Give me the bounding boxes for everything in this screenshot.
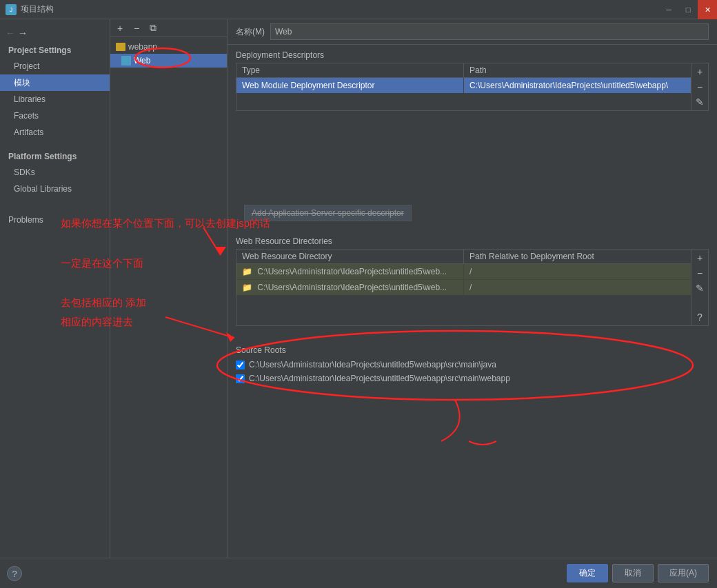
table-row[interactable]: 📁 C:\Users\Administrator\IdeaProjects\un… xyxy=(236,264,691,280)
problems-label: Problems xyxy=(0,211,110,227)
module-tree: + − ⧉ webapp Web xyxy=(110,19,228,558)
name-input[interactable] xyxy=(270,23,709,40)
cell-type: Web Module Deployment Descriptor xyxy=(236,78,464,93)
title-bar: J 项目结构 ─ □ ✕ xyxy=(0,0,717,19)
checkbox-webapp-label: C:\Users\Administrator\IdeaProjects\unti… xyxy=(249,374,510,383)
deployment-descriptors-header: Deployment Descriptors xyxy=(228,45,717,63)
ok-button[interactable]: 确定 xyxy=(567,564,608,582)
content-area: 名称(M) Deployment Descriptors Type Path W… xyxy=(228,19,717,558)
forward-arrow[interactable]: → xyxy=(18,28,28,39)
help-web-resource-btn[interactable]: ? xyxy=(693,310,707,324)
web-resource-side-buttons: + − ✎ ? xyxy=(691,249,709,326)
add-descriptor-btn[interactable]: + xyxy=(693,65,707,79)
nav-arrows: ← → xyxy=(0,25,110,41)
close-button[interactable]: ✕ xyxy=(698,0,717,19)
deployment-table-header: Type Path xyxy=(236,63,691,78)
col-web-dir: Web Resource Directory xyxy=(236,250,464,263)
name-label: 名称(M) xyxy=(236,26,265,38)
tree-toolbar: + − ⧉ xyxy=(110,19,227,37)
add-app-server-descriptor-button[interactable]: Add Application Server specific descript… xyxy=(244,205,412,221)
sidebar-item-libraries[interactable]: Libraries xyxy=(0,91,110,108)
checkbox-java[interactable] xyxy=(236,361,245,369)
window-controls: ─ □ ✕ xyxy=(659,0,717,19)
web-resource-header: Web Resource Directories xyxy=(228,231,717,249)
spacer2 xyxy=(228,326,717,340)
col-type: Type xyxy=(236,63,464,77)
tree-add-button[interactable]: + xyxy=(113,21,127,35)
sidebar-item-facets[interactable]: Facets xyxy=(0,108,110,124)
add-web-resource-btn[interactable]: + xyxy=(693,251,707,265)
name-row: 名称(M) xyxy=(228,19,717,45)
add-descriptor-area: Add Application Server specific descript… xyxy=(228,201,717,231)
remove-web-resource-btn[interactable]: − xyxy=(693,266,707,280)
descriptor-side-buttons: + − ✎ xyxy=(691,63,709,111)
help-button-area: ? xyxy=(7,566,22,581)
cancel-button[interactable]: 取消 xyxy=(612,564,654,582)
tree-content: webapp Web xyxy=(110,37,227,558)
sidebar-item-modules[interactable]: 模块 xyxy=(0,74,110,91)
sidebar-item-global-libraries[interactable]: Global Libraries xyxy=(0,181,110,197)
global-help-button[interactable]: ? xyxy=(7,566,22,581)
cell-path: C:\Users\Administrator\IdeaProjects\unti… xyxy=(464,78,691,93)
module-icon xyxy=(121,56,131,65)
cell-rel-path-1: / xyxy=(464,264,691,279)
bottom-bar: 确定 取消 应用(A) xyxy=(0,558,717,588)
col-path: Path xyxy=(464,63,691,77)
web-resource-table-header: Web Resource Directory Path Relative to … xyxy=(236,250,691,264)
app-icon: J xyxy=(6,4,17,15)
maximize-button[interactable]: □ xyxy=(678,0,698,19)
deployment-table: Type Path Web Module Deployment Descript… xyxy=(236,63,691,111)
apply-button[interactable]: 应用(A) xyxy=(658,564,709,582)
edit-descriptor-btn[interactable]: ✎ xyxy=(693,95,707,109)
deployment-descriptors-section: Type Path Web Module Deployment Descript… xyxy=(236,63,709,111)
sidebar-item-sdks[interactable]: SDKs xyxy=(0,164,110,181)
remove-descriptor-btn[interactable]: − xyxy=(693,80,707,94)
edit-web-resource-btn[interactable]: ✎ xyxy=(693,281,707,295)
spacer xyxy=(228,111,717,201)
sidebar: ← → Project Settings Project 模块 Librarie… xyxy=(0,19,110,558)
minimize-button[interactable]: ─ xyxy=(659,0,678,19)
platform-settings-label: Platform Settings xyxy=(0,148,110,164)
checkbox-java-label: C:\Users\Administrator\IdeaProjects\unti… xyxy=(249,360,496,369)
web-resource-section: Web Resource Directory Path Relative to … xyxy=(236,249,709,326)
tree-remove-button[interactable]: − xyxy=(130,21,143,35)
tree-item-webapp[interactable]: webapp xyxy=(110,40,227,54)
sidebar-item-artifacts[interactable]: Artifacts xyxy=(0,124,110,141)
back-arrow[interactable]: ← xyxy=(6,28,15,39)
title-bar-text: 项目结构 xyxy=(21,3,54,15)
web-resource-table: Web Resource Directory Path Relative to … xyxy=(236,249,691,326)
cell-rel-path-2: / xyxy=(464,280,691,295)
tree-item-web[interactable]: Web xyxy=(110,54,227,68)
table-row[interactable]: Web Module Deployment Descriptor C:\User… xyxy=(236,78,691,93)
folder-icon xyxy=(116,43,125,51)
cell-web-dir-1: 📁 C:\Users\Administrator\IdeaProjects\un… xyxy=(236,264,464,279)
sidebar-item-project[interactable]: Project xyxy=(0,58,110,74)
checkbox-row-2: C:\Users\Administrator\IdeaProjects\unti… xyxy=(228,372,717,385)
cell-web-dir-2: 📁 C:\Users\Administrator\IdeaProjects\un… xyxy=(236,280,464,295)
checkbox-webapp[interactable] xyxy=(236,374,245,383)
table-row[interactable]: 📁 C:\Users\Administrator\IdeaProjects\un… xyxy=(236,280,691,295)
source-roots-header: Source Roots xyxy=(228,340,717,358)
col-rel-path: Path Relative to Deployment Root xyxy=(464,250,691,263)
project-settings-label: Project Settings xyxy=(0,41,110,58)
checkbox-row-1: C:\Users\Administrator\IdeaProjects\unti… xyxy=(228,358,717,372)
tree-copy-button[interactable]: ⧉ xyxy=(146,21,160,35)
